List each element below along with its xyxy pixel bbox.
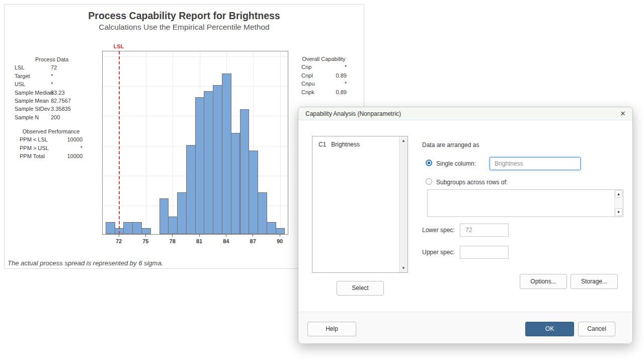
- stat-value: *: [321, 63, 347, 71]
- histogram-bar: [204, 91, 213, 234]
- axis-tick: [226, 235, 226, 237]
- stat-value: 10000: [56, 135, 83, 143]
- axis-tick: [119, 235, 119, 237]
- stat-value: 0.89: [321, 88, 347, 96]
- single-column-input[interactable]: [490, 157, 581, 170]
- stat-label: LSL: [15, 63, 51, 71]
- process-data-title: Process Data: [15, 55, 89, 63]
- histogram-bar: [141, 228, 151, 234]
- subgroups-scrollbar[interactable]: ▲ ▼: [614, 190, 623, 217]
- histogram-bar: [159, 198, 169, 234]
- ok-button[interactable]: OK: [525, 322, 574, 336]
- data-arranged-label: Data are arranged as: [422, 141, 479, 149]
- upper-spec-input[interactable]: [460, 246, 509, 259]
- dialog-title: Capability Analysis (Nonparametric): [305, 107, 401, 120]
- axis-tick: [199, 235, 200, 237]
- stat-label: PPM < LSL: [20, 135, 56, 143]
- stat-label: Cnpk: [301, 88, 321, 96]
- observed-performance-title: Observed Performance: [20, 127, 83, 135]
- report-title: Process Capability Report for Brightness: [5, 10, 364, 22]
- axis-tick: [253, 235, 253, 237]
- axis-tick-label: 78: [164, 238, 182, 244]
- histogram-bar: [195, 97, 205, 234]
- axis-tick: [280, 235, 280, 237]
- subgroups-input[interactable]: ▲ ▼: [427, 189, 623, 217]
- report-subtitle: Calculations Use the Empirical Percentil…: [5, 23, 364, 32]
- stat-label: Sample StDev: [15, 105, 51, 113]
- histogram-bar: [240, 109, 250, 234]
- observed-performance-panel: Observed Performance PPM < LSL10000PPM >…: [20, 127, 83, 161]
- stat-label: Cnp: [301, 63, 321, 71]
- stat-label: Sample N: [15, 113, 51, 121]
- histogram-bar: [186, 145, 196, 234]
- report-footnote: The actual process spread is represented…: [8, 259, 163, 267]
- histogram-plot: [102, 51, 288, 235]
- lsl-line: [119, 51, 120, 234]
- lower-spec-input[interactable]: [460, 224, 509, 237]
- scroll-down-icon[interactable]: ▼: [615, 208, 622, 216]
- histogram-bar: [276, 228, 285, 234]
- overall-capability-title: Overall Capability: [298, 55, 349, 63]
- stat-label: USL: [15, 80, 51, 88]
- listbox-scrollbar[interactable]: ▲ ▼: [399, 136, 408, 272]
- scroll-down-icon[interactable]: ▼: [399, 264, 408, 272]
- stat-row: PPM < LSL10000: [20, 135, 83, 143]
- axis-tick: [172, 235, 173, 237]
- stat-label: Target: [15, 72, 51, 80]
- histogram-bar: [231, 133, 240, 234]
- stat-row: Sample StDev3.35835: [15, 105, 89, 113]
- histogram-bar: [249, 151, 258, 234]
- single-column-label[interactable]: Single column:: [436, 160, 476, 167]
- histogram-bar: [177, 192, 187, 234]
- stat-value: 72: [51, 63, 89, 71]
- stat-row: Sample Mean82.7567: [15, 97, 89, 105]
- gridline: [173, 51, 173, 234]
- lsl-label: LSL: [106, 43, 132, 49]
- cancel-button[interactable]: Cancel: [578, 322, 615, 336]
- stat-row: Sample N200: [15, 113, 89, 121]
- axis-tick-label: 87: [244, 238, 262, 244]
- gridline: [103, 86, 288, 87]
- stat-label: PPM Total: [20, 152, 56, 160]
- stat-row: Cnp*: [298, 63, 349, 71]
- dialog-titlebar: Capability Analysis (Nonparametric) ✕: [298, 107, 632, 120]
- axis-tick-label: 72: [110, 238, 128, 244]
- stat-row: Cnpl0.89: [298, 71, 349, 80]
- histogram-bar: [132, 222, 142, 234]
- help-button[interactable]: Help: [307, 322, 356, 336]
- x-axis: 72757881848790: [102, 235, 288, 250]
- stat-label: PPM > USL: [20, 144, 56, 152]
- stat-row: Cnpk0.89: [298, 88, 349, 96]
- stat-label: Sample Mean: [15, 97, 51, 105]
- stat-value: 10000: [56, 152, 83, 160]
- column-listbox[interactable]: C1Brightness ▲ ▼: [312, 136, 408, 273]
- scroll-up-icon[interactable]: ▲: [399, 137, 408, 145]
- stat-label: Cnpl: [301, 71, 321, 80]
- options-button[interactable]: Options...: [520, 274, 567, 289]
- scroll-up-icon[interactable]: ▲: [615, 190, 622, 198]
- stat-row: PPM Total10000: [20, 152, 83, 160]
- stat-row: Cnpu*: [298, 80, 349, 88]
- gridline: [103, 56, 288, 57]
- gridline: [146, 51, 146, 234]
- axis-tick-label: 84: [217, 238, 235, 244]
- gridline: [280, 51, 281, 234]
- subgroups-label[interactable]: Subgroups across rows of:: [436, 179, 508, 186]
- subgroups-radio[interactable]: [426, 178, 432, 185]
- stat-row: Target*: [15, 72, 89, 80]
- axis-tick-label: 90: [271, 238, 289, 244]
- upper-spec-label: Upper spec:: [422, 249, 455, 256]
- stat-value: 83.23: [51, 89, 89, 97]
- histogram-bar: [123, 222, 133, 234]
- overall-capability-panel: Overall Capability Cnp*Cnpl0.89Cnpu*Cnpk…: [298, 55, 349, 96]
- stat-label: Sample Median: [15, 89, 51, 97]
- stat-row: USL*: [15, 80, 89, 88]
- storage-button[interactable]: Storage...: [571, 274, 618, 289]
- list-item[interactable]: C1Brightness: [312, 136, 408, 148]
- single-column-radio[interactable]: [426, 160, 432, 166]
- stat-row: Sample Median83.23: [15, 89, 89, 97]
- close-icon[interactable]: ✕: [613, 107, 632, 120]
- axis-tick-label: 81: [190, 238, 208, 244]
- select-button[interactable]: Select: [337, 281, 384, 296]
- histogram-bar: [258, 192, 267, 234]
